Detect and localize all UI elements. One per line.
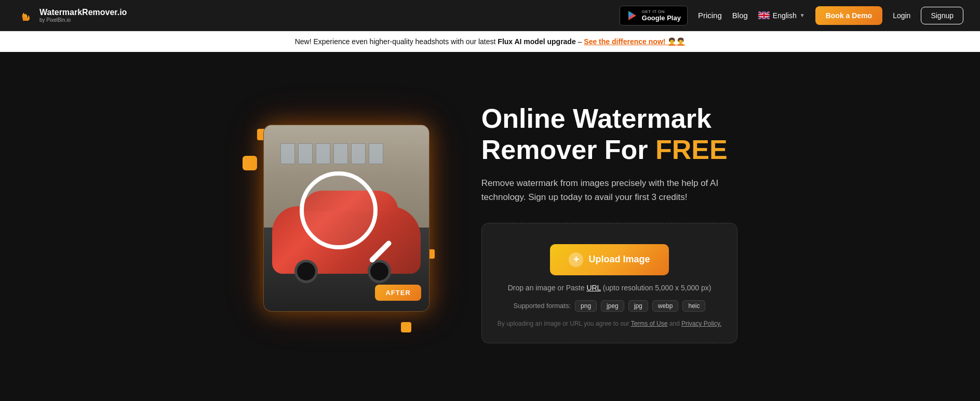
logo-icon	[17, 6, 35, 25]
url-link[interactable]: URL	[586, 284, 601, 292]
blog-nav-link[interactable]: Blog	[732, 11, 748, 20]
upload-image-button[interactable]: + Upload Image	[550, 244, 668, 275]
format-badge-heic: heic	[682, 300, 705, 312]
google-play-icon	[626, 10, 638, 21]
terms-of-use-link[interactable]: Terms of Use	[631, 320, 668, 327]
magnifier-circle	[300, 171, 378, 249]
after-badge: AFTER	[375, 285, 421, 301]
google-play-get-label: GET IT ON	[642, 9, 681, 14]
announcement-text-normal: New! Experience even higher-quality head…	[295, 37, 498, 46]
window-1	[280, 143, 295, 164]
hero-image-area: AFTER	[243, 114, 440, 332]
format-badge-webp: webp	[652, 300, 679, 312]
drop-text: Drop an image or Paste URL (upto resolut…	[508, 284, 711, 292]
window-5	[351, 143, 366, 164]
hero-content: Online Watermark Remover For FREE Remove…	[481, 103, 737, 343]
privacy-policy-link[interactable]: Privacy Policy.	[681, 320, 721, 327]
window-2	[298, 143, 313, 164]
format-badge-jpg: jpg	[628, 300, 648, 312]
signup-button[interactable]: Signup	[921, 7, 963, 24]
hero-section: AFTER Online Watermark Remover For FREE …	[0, 52, 980, 401]
windows-row	[280, 143, 412, 164]
navbar: WatermarkRemover.io by PixelBin.io	[0, 0, 980, 31]
logo-sub-text: by PixelBin.io	[39, 17, 127, 23]
format-badge-png: png	[575, 300, 597, 312]
upload-box: + Upload Image Drop an image or Paste UR…	[481, 223, 737, 343]
format-badge-jpeg: jpeg	[601, 300, 624, 312]
window-4	[333, 143, 348, 164]
upload-plus-icon: +	[569, 252, 583, 267]
google-play-store-label: Google Play	[642, 14, 681, 22]
magnifier-handle	[368, 239, 392, 263]
nav-right-area: GET IT ON Google Play Pricing Blog Engli…	[620, 6, 963, 25]
announcement-cta-link[interactable]: See the difference now! 🧑‍🦱🧑‍🦱	[584, 37, 685, 46]
announcement-bar: New! Experience even higher-quality head…	[0, 31, 980, 52]
google-play-text: GET IT ON Google Play	[642, 9, 681, 22]
formats-row: Supported formats: png jpeg jpg webp hei…	[513, 300, 705, 312]
logo-main-text: WatermarkRemover.io	[39, 8, 127, 17]
language-chevron-icon: ▼	[800, 12, 805, 18]
magnifier-overlay	[300, 171, 393, 265]
drop-text-normal: Drop an image or Paste	[508, 284, 587, 292]
google-play-button[interactable]: GET IT ON Google Play	[620, 6, 688, 25]
formats-label: Supported formats:	[513, 302, 571, 310]
language-label: English	[773, 11, 797, 20]
nav-logo-area: WatermarkRemover.io by PixelBin.io	[17, 6, 127, 25]
hero-subtitle: Remove watermark from images precisely w…	[481, 176, 731, 204]
hero-title-line1: Online Watermark	[481, 103, 711, 133]
window-6	[369, 143, 383, 164]
hero-title-line2-normal: Remover For	[481, 135, 655, 165]
drop-text-after: (upto resolution 5,000 x 5,000 px)	[601, 284, 711, 292]
deco-square-4	[401, 322, 411, 332]
announcement-dash: –	[578, 37, 584, 46]
pricing-nav-link[interactable]: Pricing	[698, 11, 722, 20]
hero-title: Online Watermark Remover For FREE	[481, 103, 737, 166]
flag-icon	[758, 11, 770, 19]
language-selector[interactable]: English ▼	[758, 11, 805, 20]
image-card: AFTER	[263, 125, 429, 312]
deco-square-2	[243, 156, 257, 170]
announcement-bold-text: Flux AI model upgrade	[498, 37, 575, 46]
terms-text: By uploading an image or URL you agree t…	[498, 320, 721, 327]
upload-button-label: Upload Image	[588, 254, 650, 265]
login-button[interactable]: Login	[893, 11, 910, 20]
hero-title-free: FREE	[655, 135, 728, 165]
logo-text: WatermarkRemover.io by PixelBin.io	[39, 8, 127, 23]
window-3	[316, 143, 330, 164]
book-demo-button[interactable]: Book a Demo	[815, 6, 882, 25]
